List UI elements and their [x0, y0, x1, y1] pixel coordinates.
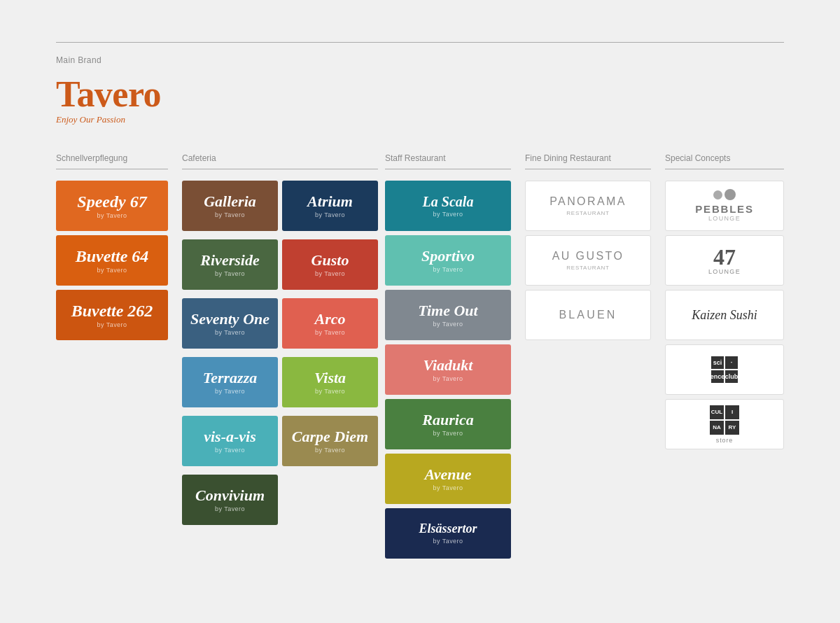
sci-ence: ence [711, 370, 724, 383]
cafeteria-grid: Galleria by Tavero Atrium by Tavero Rive… [182, 181, 378, 529]
page: Main Brand Tavero Enjoy Our Passion Schn… [0, 0, 840, 591]
galleria-sub: by Tavero [215, 211, 245, 218]
lascala-sub: by Tavero [433, 211, 463, 218]
elsaessertor-sub: by Tavero [433, 538, 463, 545]
atrium-name: Atrium [307, 193, 353, 210]
blauen-name: BLAUEN [559, 309, 617, 321]
buvette262-name: Buvette 262 [71, 302, 153, 320]
tile-buvette64[interactable]: Buvette 64 by Tavero [56, 235, 168, 286]
tile-avenue[interactable]: Avenue by Tavero [385, 454, 511, 504]
tile-viadukt[interactable]: Viadukt by Tavero [385, 344, 511, 395]
seventyone-sub: by Tavero [215, 329, 245, 336]
pebbles-icon: PEBBLES LOUNGE [695, 190, 753, 222]
atrium-sub: by Tavero [315, 211, 345, 218]
cul-c1: CUL [710, 405, 724, 419]
galleria-name: Galleria [204, 193, 256, 210]
tile-buvette262[interactable]: Buvette 262 by Tavero [56, 290, 168, 340]
raurica-sub: by Tavero [433, 430, 463, 437]
tile-pebbles[interactable]: PEBBLES LOUNGE [665, 181, 784, 231]
cul-c4: RY [725, 421, 739, 435]
pebble2 [724, 189, 736, 200]
sci-club: club [725, 370, 738, 383]
augusto-name: AU GUSTO [552, 250, 624, 262]
riverside-name: Riverside [200, 252, 259, 269]
buvette262-sub: by Tavero [97, 321, 127, 328]
sciclub-logo: sci · ence club [711, 356, 738, 383]
panorama-name: PANORAMA [550, 195, 626, 208]
buvette64-sub: by Tavero [97, 267, 127, 274]
col-schnell-header: Schnellverpflegung [56, 153, 168, 169]
col-special-header: Special Concepts [665, 153, 784, 169]
tile-panorama[interactable]: PANORAMA RESTAURANT [525, 181, 651, 231]
tavero-tagline: Enjoy Our Passion [56, 114, 784, 125]
seventyone-name: Seventy One [190, 311, 270, 328]
47lounge-icon: 47 LOUNGE [708, 246, 741, 275]
cul-c2: NA [710, 421, 724, 435]
tile-convivium[interactable]: Convivium by Tavero [182, 475, 278, 525]
carpediem-sub: by Tavero [315, 447, 345, 454]
cul-c3: I [725, 405, 739, 419]
col-staff-header: Staff Restaurant [385, 153, 511, 169]
47lounge-num: 47 [713, 246, 736, 268]
gusto-name: Gusto [312, 252, 349, 269]
tile-blauen[interactable]: BLAUEN [525, 290, 651, 340]
tile-carpediem[interactable]: Carpe Diem by Tavero [282, 416, 378, 466]
tile-timeout[interactable]: Time Out by Tavero [385, 290, 511, 340]
arco-sub: by Tavero [315, 329, 345, 336]
tavero-logo: Tavero Enjoy Our Passion [56, 76, 784, 125]
timeout-name: Time Out [418, 302, 477, 319]
buvette64-name: Buvette 64 [76, 247, 149, 265]
tile-raurica[interactable]: Raurica by Tavero [385, 399, 511, 449]
carpediem-name: Carpe Diem [292, 428, 368, 445]
tile-atrium[interactable]: Atrium by Tavero [282, 181, 378, 231]
tile-sportivo[interactable]: Sportivo by Tavero [385, 235, 511, 286]
tile-visavis[interactable]: vis-a-vis by Tavero [182, 416, 278, 466]
lascala-name: La Scala [423, 194, 474, 209]
col-fine-dining: Fine Dining Restaurant PANORAMA RESTAURA… [525, 153, 665, 344]
tile-galleria[interactable]: Galleria by Tavero [182, 181, 278, 231]
panorama-sub: RESTAURANT [566, 210, 610, 216]
pebbles-name: PEBBLES [695, 203, 753, 215]
tile-riverside[interactable]: Riverside by Tavero [182, 239, 278, 290]
pebbles-sub: LOUNGE [708, 215, 741, 222]
sportivo-sub: by Tavero [433, 266, 463, 273]
convivium-sub: by Tavero [215, 505, 245, 512]
speedy67-name: Speedy 67 [77, 192, 146, 211]
arco-name: Arco [315, 311, 346, 328]
kaizensushi-name: Kaizen Sushi [692, 308, 757, 323]
tile-vista[interactable]: Vista by Tavero [282, 357, 378, 407]
avenue-name: Avenue [425, 466, 472, 483]
top-divider [56, 42, 784, 43]
terrazza-sub: by Tavero [215, 388, 245, 395]
tile-gusto[interactable]: Gusto by Tavero [282, 239, 378, 290]
visavis-sub: by Tavero [215, 447, 245, 454]
terrazza-name: Terrazza [203, 370, 257, 386]
speedy67-sub: by Tavero [97, 212, 127, 219]
tile-speedy67[interactable]: Speedy 67 by Tavero [56, 181, 168, 231]
gusto-sub: by Tavero [315, 270, 345, 277]
tile-culinarystore[interactable]: CUL NA I RY store [665, 399, 784, 449]
tile-terrazza[interactable]: Terrazza by Tavero [182, 357, 278, 407]
col-special-concepts: Special Concepts PEBBLES LOUNGE 47 LOUNG… [665, 153, 784, 454]
tile-arco[interactable]: Arco by Tavero [282, 298, 378, 349]
col-cafeteria: Cafeteria Galleria by Tavero Atrium by T… [182, 153, 385, 529]
augusto-sub: RESTAURANT [566, 265, 610, 271]
tile-47lounge[interactable]: 47 LOUNGE [665, 235, 784, 286]
col-staff-restaurant: Staff Restaurant La Scala by Tavero Spor… [385, 153, 525, 563]
timeout-sub: by Tavero [433, 321, 463, 328]
staff-col-inner: La Scala by Tavero Sportivo by Tavero Ti… [385, 181, 511, 559]
culinary-logo: CUL NA I RY [710, 405, 739, 435]
tile-kaizensushi[interactable]: Kaizen Sushi [665, 290, 784, 340]
tile-elsaessertor[interactable]: Elsässertor by Tavero [385, 508, 511, 559]
tile-augusto[interactable]: AU GUSTO RESTAURANT [525, 235, 651, 286]
tile-lascala[interactable]: La Scala by Tavero [385, 181, 511, 231]
col-finedining-header: Fine Dining Restaurant [525, 153, 651, 169]
col-schnellverpflegung: Schnellverpflegung Speedy 67 by Tavero B… [56, 153, 182, 344]
tile-seventyone[interactable]: Seventy One by Tavero [182, 298, 278, 349]
pebble1 [713, 190, 722, 200]
convivium-name: Convivium [195, 487, 265, 504]
sportivo-name: Sportivo [421, 248, 475, 265]
tile-scienceclub[interactable]: sci · ence club [665, 344, 784, 395]
col-cafeteria-header: Cafeteria [182, 153, 378, 169]
vista-name: Vista [314, 370, 346, 386]
